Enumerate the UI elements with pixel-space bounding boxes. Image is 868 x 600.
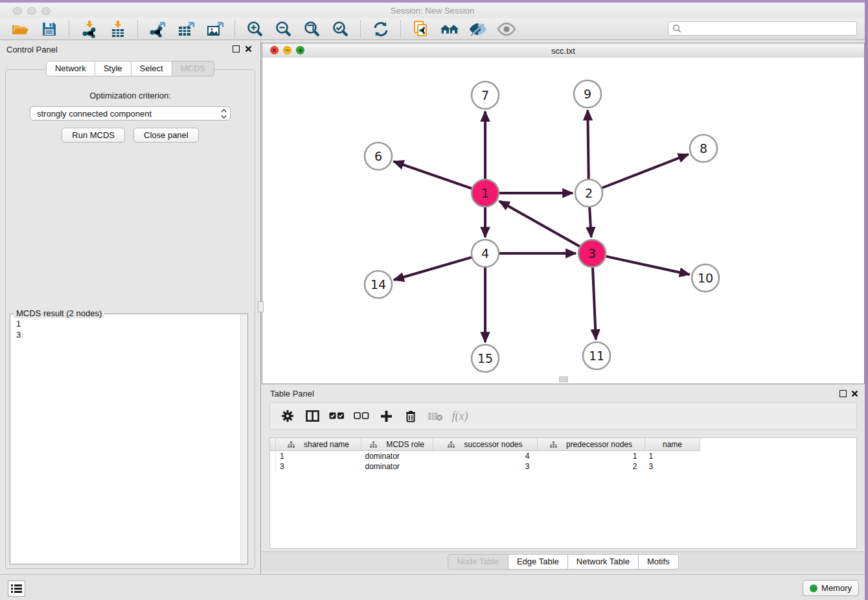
graph-edge-1-6[interactable] (394, 161, 472, 189)
graph-node-14[interactable]: 14 (365, 271, 392, 298)
column-header-label: MCDS role (386, 440, 424, 449)
criterion-dropdown[interactable]: strongly connected component (30, 106, 231, 121)
close-panel-button[interactable] (244, 45, 253, 53)
mcds-result-text[interactable]: 13 (10, 314, 247, 344)
export-network-button[interactable] (148, 19, 168, 39)
zoom-selected-button[interactable] (331, 19, 350, 39)
graph-edge-2-3[interactable] (589, 207, 591, 237)
graph-node-2[interactable]: 2 (575, 179, 602, 207)
window-zoom-button[interactable] (41, 7, 51, 15)
graph-node-8[interactable]: 8 (690, 135, 717, 162)
table-cell[interactable]: 3 (276, 461, 361, 472)
float-table-panel-button[interactable] (839, 390, 847, 397)
table-cell[interactable]: dominator (361, 451, 433, 462)
share-to-ndex-button[interactable] (411, 19, 431, 39)
search-input[interactable] (684, 23, 856, 34)
column-header-MCDS-role[interactable]: MCDS role (361, 438, 433, 451)
delete-table-button[interactable] (426, 406, 445, 426)
tab-style[interactable]: Style (95, 61, 131, 76)
graph-edge-2-9[interactable] (588, 110, 588, 179)
graph-node-11[interactable]: 11 (583, 342, 610, 369)
network-canvas[interactable]: 1234678910111415 (262, 58, 864, 384)
graph-node-15[interactable]: 15 (472, 345, 499, 372)
graph-node-10[interactable]: 10 (692, 264, 719, 292)
row-gutter (270, 438, 276, 451)
toolbar-separator (69, 21, 70, 38)
tab-network[interactable]: Network (46, 61, 95, 76)
graph-edge-3-11[interactable] (593, 268, 596, 340)
table-cell[interactable]: 4 (433, 451, 538, 462)
float-panel-button[interactable] (233, 45, 240, 52)
tab-select[interactable]: Select (131, 61, 172, 76)
graph-node-1[interactable]: 1 (472, 179, 499, 207)
table-cell[interactable]: 1 (276, 451, 361, 462)
zoom-out-button[interactable] (274, 19, 293, 39)
svg-text:1: 1 (481, 186, 489, 200)
tab-edge-table[interactable]: Edge Table (508, 554, 568, 570)
graph-node-4[interactable]: 4 (472, 240, 499, 267)
panel-splitter-grip[interactable] (258, 301, 264, 312)
import-network-button[interactable] (80, 19, 99, 39)
memory-status-dot (810, 584, 817, 592)
table-row[interactable]: 3dominator323 (270, 461, 700, 472)
graph-edge-3-10[interactable] (606, 257, 689, 275)
column-header-name[interactable]: name (645, 438, 700, 451)
graph-edge-4-14[interactable] (394, 257, 472, 280)
add-column-button[interactable] (376, 406, 396, 426)
network-zoom-button[interactable] (296, 46, 304, 54)
export-table-button[interactable] (177, 19, 196, 39)
run-mcds-button[interactable]: Run MCDS (62, 128, 125, 143)
horizontal-scrollbar-thumb[interactable] (559, 376, 568, 382)
show-view-button[interactable] (497, 19, 516, 39)
network-minimize-button[interactable] (283, 46, 291, 54)
delete-table-icon (428, 411, 443, 421)
graph-node-6[interactable]: 6 (365, 143, 392, 170)
fx-icon: f(x) (452, 410, 468, 423)
zoom-out-icon (275, 20, 293, 38)
table-row[interactable]: 1dominator411 (270, 451, 700, 462)
table-cell[interactable]: 2 (538, 461, 645, 472)
result-scrollbar[interactable] (240, 315, 247, 563)
function-builder-button[interactable]: f(x) (450, 406, 470, 426)
graph-node-7[interactable]: 7 (472, 82, 499, 109)
network-window-titlebar[interactable]: scc.txt (262, 43, 864, 58)
graph-node-3[interactable]: 3 (578, 240, 606, 267)
save-session-button[interactable] (40, 19, 59, 39)
close-panel-button-inline[interactable]: Close panel (133, 128, 199, 143)
home-button[interactable] (440, 19, 459, 39)
table-cell[interactable]: 1 (538, 451, 645, 462)
task-history-button[interactable] (8, 581, 25, 597)
close-table-panel-button[interactable] (851, 389, 859, 398)
column-header-successor-nodes[interactable]: successor nodes (433, 438, 538, 451)
zoom-in-button[interactable] (246, 19, 265, 39)
table-cell[interactable]: 1 (645, 451, 700, 462)
export-image-button[interactable] (205, 19, 225, 39)
open-session-button[interactable] (11, 19, 30, 39)
memory-button[interactable]: Memory (803, 580, 859, 596)
table-cell[interactable]: dominator (361, 461, 433, 472)
column-header-predecessor-nodes[interactable]: predecessor nodes (538, 438, 645, 451)
delete-columns-button[interactable] (401, 406, 420, 426)
graph-node-9[interactable]: 9 (574, 80, 601, 108)
fit-content-button[interactable] (303, 19, 322, 39)
import-table-button[interactable] (108, 19, 128, 39)
show-unchecked-columns-button[interactable] (352, 406, 371, 426)
split-table-view-button[interactable] (303, 406, 322, 426)
graph-edge-3-1[interactable] (499, 201, 580, 246)
tab-node-table[interactable]: Node Table (448, 554, 508, 570)
table-cell[interactable]: 3 (645, 461, 700, 472)
column-header-shared-name[interactable]: shared name (276, 438, 361, 451)
table-cell[interactable]: 3 (433, 461, 538, 472)
network-close-button[interactable] (270, 46, 279, 54)
refresh-view-button[interactable] (371, 19, 391, 39)
window-minimize-button[interactable] (27, 7, 36, 15)
tab-mcds[interactable]: MCDS (172, 61, 214, 76)
hide-view-button[interactable] (468, 19, 488, 39)
tab-network-table[interactable]: Network Table (568, 554, 639, 570)
graph-edge-2-8[interactable] (602, 154, 688, 188)
toolbar-separator (360, 21, 361, 38)
window-close-button[interactable] (13, 7, 22, 15)
table-settings-button[interactable] (278, 406, 297, 426)
tab-motifs[interactable]: Motifs (639, 554, 679, 570)
show-checked-columns-button[interactable] (327, 406, 347, 426)
